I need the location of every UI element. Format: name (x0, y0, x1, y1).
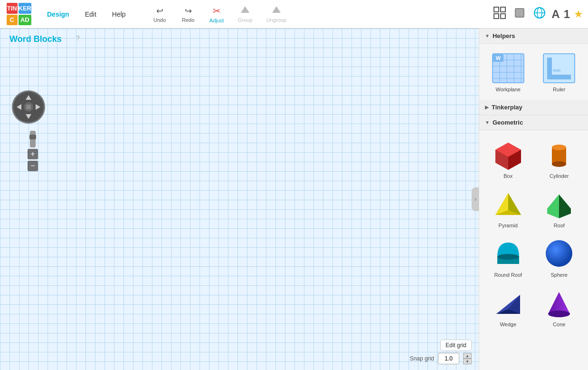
nav-control[interactable] (12, 90, 45, 124)
zoom-in-button[interactable]: + (28, 149, 38, 159)
toolbar: ↩ Undo ↪ Redo ✂ Adjust Group Ungroup (147, 3, 292, 25)
snap-grid-row: Snap grid ▲ ▼ (410, 353, 472, 364)
cone-item[interactable]: Cone (535, 283, 584, 330)
canvas-area[interactable]: Word Blocks ? + (0, 29, 479, 370)
text-a-icon[interactable]: A (551, 8, 560, 21)
topbar: TIN KER C AD Design Edit Help ↩ Undo ↪ R… (0, 0, 588, 29)
helpers-label: Helpers (493, 32, 515, 39)
box-icon (492, 138, 525, 171)
svg-point-39 (552, 145, 566, 150)
3d-view-icon[interactable] (512, 5, 528, 24)
pyramid-icon (492, 187, 525, 221)
sphere-item[interactable]: Sphere (535, 234, 584, 281)
group-icon (240, 5, 250, 16)
tinkercad-logo[interactable]: TIN KER C AD (5, 1, 33, 27)
round-roof-icon (492, 237, 525, 270)
undo-button[interactable]: ↩ Undo (147, 4, 173, 25)
wedge-label: Wedge (500, 321, 516, 327)
logo-cell-c: C (7, 15, 18, 26)
section-tinkerplay-header[interactable]: ▶ Tinkerplay (479, 100, 588, 115)
pyramid-label: Pyramid (499, 223, 518, 228)
cylinder-item[interactable]: Cylinder (535, 135, 584, 182)
snap-grid-label: Snap grid (410, 355, 434, 362)
snap-down-arrow[interactable]: ▼ (463, 359, 472, 364)
helpers-arrow-icon: ▼ (485, 33, 490, 39)
svg-text:W: W (496, 55, 501, 61)
tinkerplay-label: Tinkerplay (492, 104, 522, 111)
undo-icon: ↩ (156, 6, 163, 16)
wedge-icon (492, 286, 525, 320)
ruler-label: Ruler (553, 87, 565, 92)
main-area: Word Blocks ? + (0, 29, 588, 370)
svg-marker-1 (272, 6, 281, 13)
svg-rect-31 (547, 75, 571, 79)
ungroup-button[interactable]: Ungroup (261, 3, 292, 25)
svg-point-55 (548, 311, 570, 317)
snap-arrows: ▲ ▼ (463, 353, 472, 364)
round-roof-label: Round Roof (494, 272, 522, 278)
nav-edit[interactable]: Edit (78, 8, 103, 21)
workplane-item[interactable]: W Workplane (484, 49, 532, 95)
ruler-icon-shape: mm (542, 51, 576, 85)
nav-menu: Design Edit Help (40, 8, 133, 21)
adjust-icon: ✂ (213, 5, 221, 17)
section-helpers-header[interactable]: ▼ Helpers (479, 29, 588, 44)
edit-grid-button[interactable]: Edit grid (440, 340, 472, 351)
nav-design[interactable]: Design (40, 8, 76, 21)
svg-rect-7 (516, 9, 523, 17)
svg-marker-46 (547, 195, 559, 218)
ruler-item[interactable]: mm Ruler (535, 49, 584, 95)
svg-text:mm: mm (553, 68, 560, 73)
sphere-icon (542, 237, 576, 270)
zoom-controls: + − (28, 131, 38, 171)
ungroup-label: Ungroup (266, 17, 286, 23)
roof-icon (542, 187, 576, 221)
roof-label: Roof (554, 223, 565, 228)
svg-point-38 (552, 161, 566, 167)
round-roof-item[interactable]: Round Roof (484, 234, 532, 281)
redo-icon: ↪ (185, 6, 192, 16)
group-label: Group (238, 17, 253, 23)
roof-item[interactable]: Roof (535, 185, 584, 231)
zoom-slider-track (30, 131, 36, 147)
redo-label: Redo (182, 17, 194, 23)
svg-rect-3 (501, 7, 505, 12)
adjust-button[interactable]: ✂ Adjust (204, 3, 230, 25)
workplane-icon: W (492, 51, 525, 85)
cone-label: Cone (553, 321, 565, 327)
box-label: Box (503, 173, 512, 179)
redo-button[interactable]: ↪ Redo (175, 4, 201, 25)
group-button[interactable]: Group (232, 3, 258, 25)
svg-marker-45 (559, 195, 571, 218)
snap-up-arrow[interactable]: ▲ (463, 353, 472, 359)
svg-rect-4 (494, 14, 499, 19)
section-geometric-header[interactable]: ▼ Geometric (479, 115, 588, 130)
star-icon[interactable]: ★ (574, 8, 583, 20)
snap-value-input[interactable] (438, 353, 459, 364)
svg-point-49 (497, 254, 519, 260)
nav-help[interactable]: Help (105, 8, 133, 21)
ungroup-icon (271, 5, 282, 16)
cone-icon (542, 286, 576, 320)
zoom-out-button[interactable]: − (28, 161, 38, 171)
cylinder-label: Cylinder (550, 173, 569, 179)
sphere-label: Sphere (551, 272, 568, 278)
tinkerplay-arrow-icon: ▶ (485, 105, 489, 110)
svg-point-50 (546, 240, 572, 267)
canvas-title: Word Blocks (9, 34, 62, 44)
logo-cell-tin: TIN (7, 3, 18, 14)
right-tools: A 1 ★ (492, 5, 583, 24)
panel-collapse-handle[interactable]: › (472, 187, 479, 211)
geometric-arrow-icon: ▼ (485, 120, 490, 125)
box-item[interactable]: Box (484, 135, 532, 182)
svg-rect-17 (26, 105, 31, 109)
helpers-grid: W Workplane mm Ruler (479, 44, 588, 100)
cylinder-icon (542, 138, 576, 171)
help-hint[interactable]: ? (76, 34, 80, 42)
pyramid-item[interactable]: Pyramid (484, 185, 532, 231)
geometric-label: Geometric (493, 119, 523, 126)
globe-icon[interactable] (531, 5, 548, 24)
grid-view-icon[interactable] (492, 5, 508, 24)
wedge-item[interactable]: Wedge (484, 283, 532, 330)
svg-rect-5 (501, 14, 505, 19)
